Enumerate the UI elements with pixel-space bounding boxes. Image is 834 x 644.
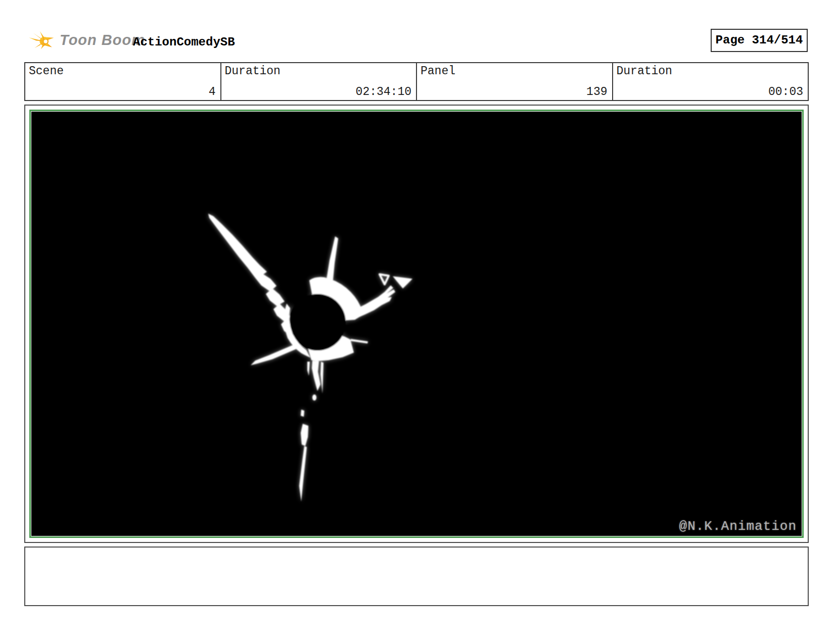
document-title: ActionComedySB	[133, 35, 235, 49]
info-label: Duration	[617, 65, 672, 78]
info-label: Scene	[29, 65, 64, 78]
info-cell-panel-duration: Duration 00:03	[612, 63, 808, 100]
toon-boom-burst-icon	[28, 25, 55, 55]
info-cell-panel: Panel 139	[416, 63, 612, 100]
info-cell-scene: Scene 4	[25, 63, 220, 100]
panel-canvas: @N.K.Animation	[31, 112, 802, 536]
page-number-box: Page 314/514	[711, 29, 808, 52]
panel-green-border: @N.K.Animation	[29, 110, 804, 538]
storyboard-panel-frame: @N.K.Animation	[24, 105, 809, 543]
info-value: 00:03	[768, 85, 803, 98]
brand-text: Toon Boom	[60, 32, 145, 48]
info-value: 4	[209, 85, 216, 98]
burst-center-dot	[44, 39, 48, 43]
info-value: 02:34:10	[356, 85, 411, 98]
toon-boom-logo: Toon Boom	[28, 24, 145, 56]
panel-artwork	[31, 112, 802, 536]
info-label: Duration	[225, 65, 281, 78]
info-value: 139	[586, 85, 607, 98]
info-label: Panel	[421, 65, 455, 78]
caption-box	[24, 547, 809, 606]
info-row: Scene 4 Duration 02:34:10 Panel 139 Dura…	[24, 62, 809, 101]
storyboard-page: { "header": { "brand": "Toon Boom", "tit…	[0, 0, 834, 644]
info-cell-duration: Duration 02:34:10	[220, 63, 416, 100]
watermark-credit: @N.K.Animation	[679, 519, 797, 534]
